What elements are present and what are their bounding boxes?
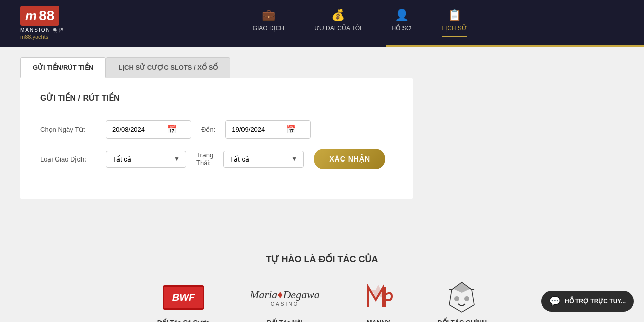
date-from-label: Chọn Ngày Từ: [40,126,96,133]
giao-dich-icon: 💼 [262,9,275,22]
form-card: GỬI TIỀN / RÚT TIỀN Chọn Ngày Từ: 📅 Đến:… [20,78,413,199]
svg-point-3 [455,297,459,301]
header: m 88 MANSION 明陞 m88.yachts 💼 GIAO DỊCH 💰… [0,0,644,45]
nav-item-lich-su[interactable]: 📋 LỊCH SỬ [442,9,466,37]
nav-label-giao-dich: GIAO DỊCH [253,25,284,32]
transaction-type-select-wrapper[interactable]: Tất cả Gửi tiền Rút tiền ▼ [106,151,186,168]
bwf-logo: BWF [163,280,205,315]
partner-wolf: ĐỐI TÁC CHÍNH 2023 - Hiện tại [437,280,487,322]
nav-item-giao-dich[interactable]: 💼 GIAO DỊCH [253,9,284,37]
bwf-name: Đối Tác Cá Cược Chính Thức [157,319,209,322]
status-label: TrạngThái: [196,151,213,167]
logo-88: 88 [39,8,54,24]
calendar-to-icon[interactable]: 📅 [286,125,296,134]
confirm-button[interactable]: XÁC NHẬN [314,149,385,169]
partners-grid: BWF Đối Tác Cá Cược Chính Thức 2022 - 20… [20,280,624,322]
nav-item-ho-so[interactable]: 👤 HỒ SƠ [391,9,412,37]
logo-mansion: MANSION 明陞 [20,27,65,34]
date-from-input[interactable] [112,126,163,133]
form-title: GỬI TIỀN / RÚT TIỀN [40,93,392,108]
logo-m: m [25,8,37,24]
maria-name: Đối Tác Nội Tiếng M88 [267,319,303,322]
bwf-logo-box: BWF [163,285,205,310]
nav-label-uu-dai: ƯU ĐÃI CỦA TÔI [314,25,361,32]
maria-logo: Maria♦Degawa CASINO [250,280,320,315]
svg-marker-2 [454,282,469,292]
lich-su-icon: 📋 [448,9,461,22]
date-row: Chọn Ngày Từ: 📅 Đến: 📅 [40,120,392,139]
transaction-type-select[interactable]: Tất cả Gửi tiền Rút tiền [112,155,170,163]
status-chevron-icon: ▼ [291,155,297,163]
manny-logo-svg [361,280,396,315]
partner-manny: MANNY PACQUIAO Đại Sứ M88 2022 - Hiện tạ… [360,280,397,322]
date-to-input[interactable] [232,126,282,133]
partners-title: TỰ HÀO LÀ ĐỐI TÁC CỦA [20,254,624,265]
main-nav: 💼 GIAO DỊCH 💰 ƯU ĐÃI CỦA TÔI 👤 HỒ SƠ 📋 L… [95,9,624,37]
transaction-type-chevron-icon: ▼ [174,155,180,163]
partner-maria: Maria♦Degawa CASINO Đối Tác Nội Tiếng M8… [250,280,320,322]
ho-so-icon: 👤 [395,9,409,22]
filter-row: Loại Giao Dịch: Tất cả Gửi tiền Rút tiền… [40,149,392,169]
manny-name-manny: MANNY [367,319,391,322]
live-chat-widget[interactable]: 💬 HỖ TRỢ TRỰC TUY... [541,291,634,312]
calendar-from-icon[interactable]: 📅 [167,125,177,134]
status-select-wrapper[interactable]: Tất cả Thành công Đang xử lý Thất bại ▼ [223,151,304,168]
svg-point-4 [465,297,469,301]
date-to-input-wrapper[interactable]: 📅 [225,120,311,139]
live-chat-label: HỖ TRỢ TRỰC TUY... [565,298,626,305]
logo-box: m 88 [20,6,59,26]
transaction-type-label: Loại Giao Dịch: [40,155,96,163]
tab-gui-rut[interactable]: GỬI TIỀN/RÚT TIỀN [20,57,106,78]
uu-dai-icon: 💰 [331,9,345,22]
date-from-input-wrapper[interactable]: 📅 [106,120,191,139]
nav-label-lich-su: LỊCH SỬ [442,25,466,32]
status-select[interactable]: Tất cả Thành công Đang xử lý Thất bại [230,155,287,163]
logo-area: m 88 MANSION 明陞 m88.yachts [20,6,65,40]
wolf-logo-svg [444,280,479,315]
tab-lich-su-cuoc[interactable]: LỊCH SỬ CƯỢC SLOTS / XỔ SỐ [106,57,230,78]
wolf-name: ĐỐI TÁC CHÍNH [437,319,487,322]
partner-bwf: BWF Đối Tác Cá Cược Chính Thức 2022 - 20… [157,280,209,322]
logo-url: m88.yachts [20,34,48,40]
nav-item-uu-dai[interactable]: 💰 ƯU ĐÃI CỦA TÔI [314,9,361,37]
manny-logo [361,280,396,315]
main-content: GỬI TIỀN/RÚT TIỀN LỊCH SỬ CƯỢC SLOTS / X… [0,47,644,238]
date-to-prefix: Đến: [201,126,215,133]
live-chat-icon: 💬 [549,296,560,307]
wolf-logo [444,280,479,315]
tab-bar: GỬI TIỀN/RÚT TIỀN LỊCH SỬ CƯỢC SLOTS / X… [20,57,624,78]
nav-label-ho-so: HỒ SƠ [391,25,412,32]
